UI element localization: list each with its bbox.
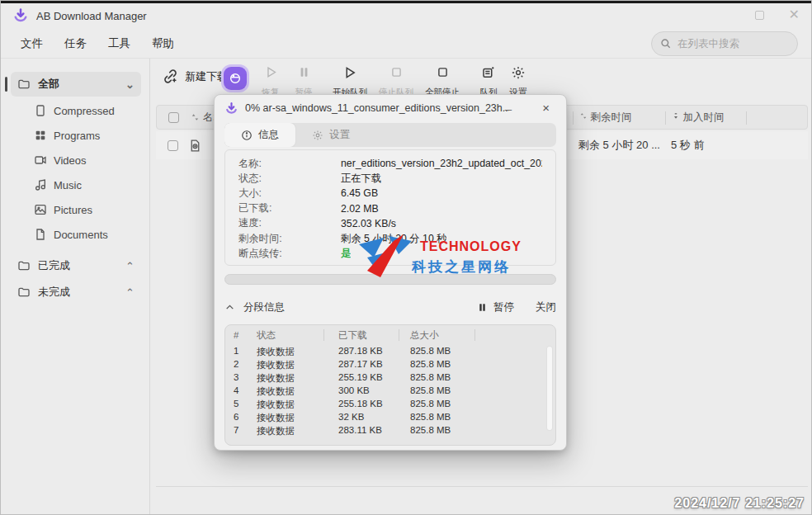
sidebar-item-label: Pictures bbox=[54, 204, 92, 216]
folder-icon bbox=[17, 78, 31, 91]
col-downloaded: 已下载 bbox=[338, 329, 367, 342]
menu-tasks[interactable]: 任务 bbox=[64, 36, 87, 51]
sort-desc-icon bbox=[672, 111, 680, 120]
tab-settings[interactable]: 设置 bbox=[295, 123, 366, 147]
field-label: 已下载: bbox=[238, 201, 341, 215]
download-progress-bar bbox=[224, 274, 556, 285]
info-panel: 名称: ner_editions_version_23h2_updated_oc… bbox=[224, 149, 556, 266]
dialog-pause-label: 暂停 bbox=[493, 300, 514, 314]
sort-icon bbox=[191, 112, 200, 122]
folder-icon bbox=[17, 259, 31, 272]
scrollbar-thumb[interactable] bbox=[547, 347, 552, 430]
start-queue-button[interactable]: 开始队列 bbox=[326, 65, 374, 98]
sidebar-item-compressed[interactable]: Compressed bbox=[34, 98, 141, 123]
folder-icon bbox=[17, 286, 31, 299]
dialog-tabs: 信息 设置 bbox=[224, 123, 556, 147]
row-checkbox[interactable] bbox=[168, 140, 178, 151]
col-status: 状态 bbox=[257, 329, 276, 342]
segments-table-header: # 状态 已下载 总大小 bbox=[225, 325, 555, 345]
sidebar-item-unfinished[interactable]: 未完成 ⌃ bbox=[11, 280, 141, 305]
column-divider bbox=[746, 111, 747, 125]
active-indicator bbox=[5, 77, 7, 92]
sidebar: 全部 ⌄ Compressed Programs Videos Music Pi… bbox=[1, 59, 150, 514]
field-label: 剩余时间: bbox=[238, 232, 341, 246]
dialog-titlebar[interactable]: 0% ar-sa_windows_11_consumer_editions_ve… bbox=[215, 95, 566, 121]
browser-extension-button[interactable] bbox=[224, 67, 247, 90]
apps-icon bbox=[34, 129, 47, 142]
chevron-down-icon: ⌄ bbox=[125, 78, 135, 91]
column-divider bbox=[665, 111, 666, 125]
info-row-name: 名称: ner_editions_version_23h2_updated_oc… bbox=[238, 156, 542, 171]
stop-queue-button[interactable]: 停止队列 bbox=[372, 65, 420, 98]
segment-row: 4接收数据300 KB825.8 MB bbox=[225, 385, 555, 398]
app-title: AB Download Manager bbox=[36, 10, 147, 22]
tab-info-label: 信息 bbox=[258, 128, 279, 142]
maximize-icon[interactable] bbox=[755, 11, 764, 20]
sidebar-item-programs[interactable]: Programs bbox=[34, 123, 141, 148]
segment-row: 5接收数据255.18 KB825.8 MB bbox=[225, 398, 555, 411]
chevron-up-icon: ⌃ bbox=[125, 260, 135, 272]
dialog-minimize-icon[interactable]: – bbox=[505, 102, 512, 116]
search-input[interactable] bbox=[677, 38, 785, 50]
sidebar-item-all[interactable]: 全部 ⌄ bbox=[11, 72, 141, 97]
menu-help[interactable]: 帮助 bbox=[152, 36, 174, 51]
link-plus-icon bbox=[163, 69, 178, 84]
dialog-close-icon[interactable]: × bbox=[542, 101, 550, 115]
stop-all-button[interactable]: 全部停止 bbox=[418, 65, 466, 98]
field-label: 速度: bbox=[238, 216, 341, 230]
settings-button[interactable]: 设置 bbox=[501, 65, 536, 98]
tab-settings-label: 设置 bbox=[329, 128, 350, 142]
pause-icon bbox=[477, 302, 488, 313]
chevron-up-icon[interactable] bbox=[224, 302, 235, 313]
field-value: 剩余 5 小时 20 分 10 秒 bbox=[341, 232, 446, 246]
sort-icon bbox=[579, 111, 588, 120]
menu-tools[interactable]: 工具 bbox=[108, 36, 130, 51]
menu-file[interactable]: 文件 bbox=[21, 36, 43, 51]
stop-icon bbox=[389, 65, 404, 79]
column-divider bbox=[573, 111, 574, 125]
search-icon bbox=[660, 38, 672, 50]
segment-row: 3接收数据255.19 KB825.8 MB bbox=[225, 371, 555, 385]
app-logo-icon bbox=[224, 102, 238, 116]
queue-icon bbox=[481, 65, 496, 80]
select-all-checkbox[interactable] bbox=[168, 112, 179, 123]
segment-row: 7接收数据283.11 KB825.8 MB bbox=[225, 424, 555, 437]
menubar: 文件 任务 工具 帮助 bbox=[1, 29, 811, 59]
sidebar-item-label: Compressed bbox=[54, 105, 115, 117]
sidebar-item-label: Programs bbox=[54, 130, 100, 142]
pause-button[interactable]: 暂停 bbox=[288, 65, 319, 98]
close-icon[interactable]: ✕ bbox=[789, 8, 800, 21]
field-value: ner_editions_version_23h2_updated_oct_20… bbox=[341, 158, 542, 169]
segment-row: 2接收数据287.17 KB825.8 MB bbox=[225, 358, 555, 371]
segments-title: 分段信息 bbox=[243, 300, 285, 314]
info-row-downloaded: 已下载: 2.02 MB bbox=[238, 201, 542, 216]
field-label: 大小: bbox=[238, 187, 341, 201]
dialog-pause-button[interactable]: 暂停 bbox=[477, 300, 514, 314]
resume-button[interactable]: 恢复 bbox=[255, 65, 286, 98]
sidebar-item-finished[interactable]: 已完成 ⌃ bbox=[11, 253, 141, 278]
sidebar-item-label: Documents bbox=[54, 229, 108, 241]
search-box[interactable] bbox=[651, 31, 798, 56]
iso-file-icon bbox=[188, 139, 202, 153]
row-time-left: 剩余 5 小时 20 ... bbox=[578, 138, 660, 153]
field-value: 352.03 KB/s bbox=[341, 218, 396, 229]
segments-table: # 状态 已下载 总大小 1接收数据287.18 KB825.8 MB 2接收数… bbox=[224, 324, 556, 446]
column-date-added[interactable]: 加入时间 bbox=[672, 111, 724, 125]
dialog-close-button[interactable]: 关闭 bbox=[536, 300, 556, 314]
document-icon bbox=[34, 228, 47, 241]
column-time-left[interactable]: 剩余时间 bbox=[579, 111, 631, 125]
sidebar-item-videos[interactable]: Videos bbox=[34, 148, 141, 172]
sidebar-item-label: 已完成 bbox=[38, 258, 70, 273]
new-download-button[interactable]: 新建下载 bbox=[163, 69, 228, 84]
play-icon bbox=[264, 65, 278, 79]
archive-icon bbox=[34, 104, 47, 117]
sidebar-item-pictures[interactable]: Pictures bbox=[34, 197, 141, 222]
statusbar-divider bbox=[156, 486, 808, 487]
sidebar-item-documents[interactable]: Documents bbox=[34, 222, 141, 247]
field-value: 正在下载 bbox=[341, 172, 381, 186]
new-download-label: 新建下载 bbox=[185, 69, 228, 84]
play-icon bbox=[342, 65, 357, 80]
field-value: 2.02 MB bbox=[341, 203, 379, 215]
tab-info[interactable]: 信息 bbox=[224, 123, 295, 147]
sidebar-item-music[interactable]: Music bbox=[34, 172, 141, 197]
